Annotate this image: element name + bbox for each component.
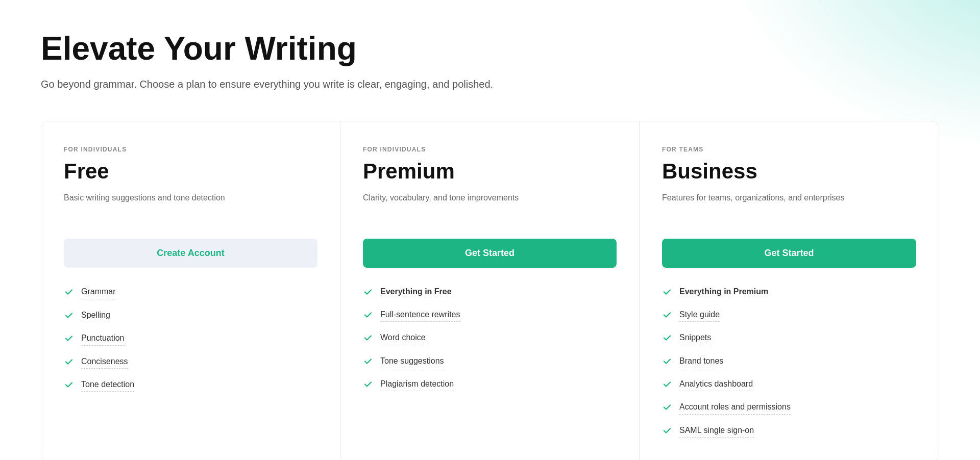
feature-text: Style guide <box>679 309 720 322</box>
plan-category-premium: FOR INDIVIDUALS <box>363 146 617 153</box>
check-icon <box>363 287 373 297</box>
feature-item: Style guide <box>662 309 916 322</box>
plans-grid: FOR INDIVIDUALSFreeBasic writing suggest… <box>41 121 939 460</box>
check-icon <box>64 310 74 320</box>
page-subtitle: Go beyond grammar. Choose a plan to ensu… <box>41 79 939 90</box>
cta-button-free[interactable]: Create Account <box>64 239 317 268</box>
features-list-premium: Everything in Free Full-sentence rewrite… <box>363 286 617 391</box>
cta-button-premium[interactable]: Get Started <box>363 239 617 268</box>
check-icon <box>662 379 672 389</box>
check-icon <box>363 379 373 389</box>
feature-text: Analytics dashboard <box>679 378 753 391</box>
feature-text: Spelling <box>81 310 110 322</box>
feature-item: SAML single sign-on <box>662 425 916 438</box>
feature-item: Conciseness <box>64 356 317 369</box>
feature-text: Plagiarism detection <box>380 378 454 391</box>
feature-item: Tone detection <box>64 379 317 392</box>
feature-item: Analytics dashboard <box>662 378 916 391</box>
plan-card-free: FOR INDIVIDUALSFreeBasic writing suggest… <box>41 121 340 460</box>
feature-item: Full-sentence rewrites <box>363 309 617 322</box>
plan-card-business: FOR TEAMSBusinessFeatures for teams, org… <box>640 121 939 460</box>
feature-item: Plagiarism detection <box>363 378 617 391</box>
check-icon <box>64 333 74 343</box>
check-icon <box>662 356 672 366</box>
check-icon <box>662 333 672 343</box>
feature-text: SAML single sign-on <box>679 425 754 438</box>
feature-text: Snippets <box>679 332 711 345</box>
feature-item: Spelling <box>64 310 317 322</box>
feature-text: Brand tones <box>679 355 723 368</box>
feature-text: Everything in Free <box>380 286 452 298</box>
check-icon <box>64 379 74 390</box>
plan-card-premium: FOR INDIVIDUALSPremiumClarity, vocabular… <box>340 121 640 460</box>
feature-text: Tone suggestions <box>380 355 444 368</box>
check-icon <box>64 287 74 297</box>
plan-description-free: Basic writing suggestions and tone detec… <box>64 192 317 222</box>
feature-text: Full-sentence rewrites <box>380 309 460 322</box>
feature-item: Word choice <box>363 332 617 345</box>
page-container: Elevate Your Writing Go beyond grammar. … <box>41 31 939 460</box>
feature-text: Tone detection <box>81 379 134 392</box>
feature-item: Snippets <box>662 332 916 345</box>
plan-name-free: Free <box>64 159 317 184</box>
plan-description-premium: Clarity, vocabulary, and tone improvemen… <box>363 192 617 222</box>
plan-name-business: Business <box>662 159 916 184</box>
plan-name-premium: Premium <box>363 159 617 184</box>
check-icon <box>662 402 672 412</box>
cta-button-business[interactable]: Get Started <box>662 239 916 268</box>
check-icon <box>662 287 672 297</box>
check-icon <box>363 356 373 366</box>
feature-item: Account roles and permissions <box>662 401 916 414</box>
plan-category-free: FOR INDIVIDUALS <box>64 146 317 153</box>
feature-item: Tone suggestions <box>363 355 617 368</box>
feature-item: Punctuation <box>64 333 317 345</box>
feature-text: Punctuation <box>81 333 125 345</box>
features-list-free: Grammar Spelling Punctuation Conciseness… <box>64 286 317 392</box>
feature-text: Everything in Premium <box>679 286 768 298</box>
feature-text: Grammar <box>81 286 116 299</box>
check-icon <box>363 333 373 343</box>
feature-text: Account roles and permissions <box>679 401 791 414</box>
feature-item: Brand tones <box>662 355 916 368</box>
features-list-business: Everything in Premium Style guide Snippe… <box>662 286 916 438</box>
feature-item: Everything in Free <box>363 286 617 298</box>
feature-text: Conciseness <box>81 356 128 369</box>
plan-category-business: FOR TEAMS <box>662 146 916 153</box>
check-icon <box>64 356 74 367</box>
feature-item: Grammar <box>64 286 317 299</box>
feature-text: Word choice <box>380 332 426 345</box>
check-icon <box>662 310 672 320</box>
check-icon <box>363 310 373 320</box>
page-title: Elevate Your Writing <box>41 31 939 66</box>
check-icon <box>662 425 672 436</box>
plan-description-business: Features for teams, organizations, and e… <box>662 192 916 222</box>
feature-item: Everything in Premium <box>662 286 916 298</box>
